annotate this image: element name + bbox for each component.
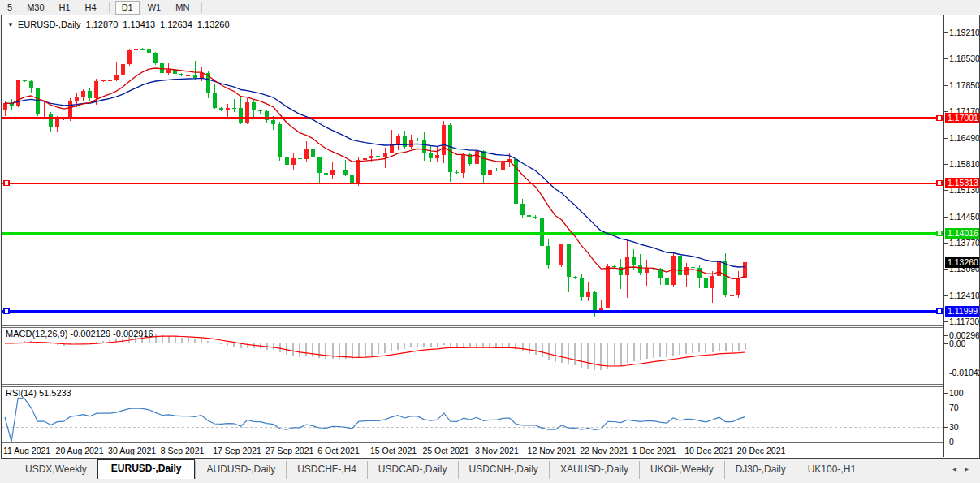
candle-body	[527, 215, 531, 217]
candle-body	[134, 49, 138, 50]
rsi-indicator-label: RSI(14) 51.5233	[6, 388, 71, 398]
ohlc-close: 1.13260	[197, 19, 230, 29]
candle-body	[429, 153, 433, 158]
candle-body	[494, 170, 499, 170]
rsi-tick-mark	[944, 408, 948, 408]
timeframe-button-w1[interactable]: W1	[141, 1, 168, 15]
ohlc-low: 1.12634	[160, 19, 192, 29]
candle-body	[743, 262, 747, 278]
date-label: 27 Sep 2021	[266, 446, 314, 455]
candle-body	[580, 278, 584, 297]
price-tick-mark	[944, 32, 948, 33]
tab-usdx-weekly[interactable]: USDX,Weekly	[15, 461, 97, 479]
candle-body	[213, 93, 217, 109]
candle-body	[684, 267, 689, 275]
candle-body	[520, 204, 525, 215]
candle-body	[108, 80, 112, 81]
candle-body	[501, 162, 505, 170]
tab-usdcad-daily[interactable]: USDCAD-,Daily	[367, 461, 458, 479]
candle-body	[94, 81, 98, 98]
tab-usdchf-h4[interactable]: USDCHF-,H4	[286, 461, 367, 479]
price-axis[interactable]: 1.192101.185301.178501.171701.164901.158…	[943, 15, 979, 457]
rsi-tick-mark	[944, 427, 948, 428]
candle-body	[114, 75, 119, 80]
date-label: 12 Nov 2021	[528, 446, 576, 455]
price-chart-plot[interactable]	[2, 15, 943, 443]
candle-body	[533, 217, 537, 218]
chart-dropdown-icon[interactable]: ▼	[7, 21, 14, 28]
candle-body	[29, 81, 33, 89]
date-label: 10 Dec 2021	[684, 446, 733, 455]
timeframe-toolbar: 5M30H1H4D1W1MN	[0, 0, 980, 15]
tab-audusd-daily[interactable]: AUDUSD-,Daily	[195, 461, 286, 479]
level-handle	[4, 308, 9, 313]
candle-body	[448, 125, 452, 172]
candle-body	[226, 108, 230, 110]
level-handle	[937, 308, 942, 313]
price-tick-mark	[944, 138, 948, 139]
date-label: 17 Sep 2021	[213, 446, 261, 455]
candle-body	[704, 278, 708, 287]
candle-body	[369, 156, 373, 157]
candle-body	[147, 49, 151, 53]
time-axis[interactable]: 11 Aug 202120 Aug 202130 Aug 20218 Sep 2…	[2, 443, 943, 457]
bottom-strip	[0, 479, 980, 483]
price-tick-mark	[944, 217, 948, 218]
timeframe-button-5[interactable]: 5	[1, 1, 19, 15]
tab-eurusd-daily[interactable]: EURUSD-,Daily	[97, 459, 196, 479]
level-price-badge: 1.17001	[945, 113, 979, 123]
candle-body	[285, 157, 289, 165]
macd-tick-label: -0.010423	[949, 368, 979, 377]
candle-body	[219, 108, 223, 109]
tab-prev-icon[interactable]: ◂	[952, 464, 956, 473]
price-tick-mark	[944, 243, 948, 244]
candle-body	[488, 170, 492, 175]
timeframe-button-h4[interactable]: H4	[79, 1, 103, 15]
tab-xauusd-daily[interactable]: XAUUSD-,Daily	[549, 461, 639, 479]
timeframe-button-h1[interactable]: H1	[53, 1, 77, 15]
candle-body	[461, 154, 465, 173]
price-tick-label: 1.14450	[949, 212, 979, 222]
candle-body	[559, 244, 563, 265]
tab-next-icon[interactable]: ▸	[965, 464, 969, 473]
date-label: 25 Oct 2021	[422, 446, 468, 455]
candle-body	[612, 266, 616, 267]
candle-body	[475, 151, 479, 164]
candle-body	[376, 156, 380, 157]
rsi-line	[5, 398, 745, 442]
price-tick-label: 1.19210	[949, 28, 979, 37]
rsi-tick-label: 30	[949, 422, 959, 432]
price-tick-mark	[944, 269, 948, 270]
toolbar-separator	[109, 2, 110, 13]
tab-usdcnh-daily[interactable]: USDCNH-,Daily	[458, 461, 549, 479]
tab-ukoil-weekly[interactable]: UKOil-,Weekly	[639, 461, 724, 479]
date-label: 8 Sep 2021	[161, 446, 205, 455]
price-tick-mark	[944, 321, 948, 322]
chart-symbol-label: EURUSD-,Daily	[18, 19, 81, 29]
candle-body	[573, 277, 577, 278]
level-price-badge: 1.15313	[945, 178, 979, 188]
candle-body	[337, 170, 341, 170]
macd-tick-mark	[944, 343, 948, 344]
level-price-badge: 1.14016	[945, 228, 979, 239]
date-label: 22 Nov 2021	[580, 446, 628, 455]
timeframe-button-m30[interactable]: M30	[20, 1, 50, 15]
tab-dj30-daily[interactable]: DJ30-,Daily	[724, 461, 797, 479]
tab-uk100-h1[interactable]: UK100-,H1	[797, 461, 866, 479]
candle-body	[723, 261, 727, 295]
candle-body	[81, 91, 85, 97]
macd-tick-label: 0.00	[949, 339, 965, 348]
candle-body	[606, 266, 610, 308]
candle-body	[232, 108, 236, 109]
candle-body	[383, 153, 387, 157]
chart-canvas[interactable]	[2, 15, 943, 443]
level-handle	[4, 181, 9, 186]
rsi-tick-label: 0	[949, 437, 954, 446]
macd-values: -0.002129 -0.002916	[70, 329, 153, 339]
timeframe-button-mn[interactable]: MN	[169, 1, 196, 15]
candle-body	[153, 53, 158, 63]
candle-body	[356, 160, 360, 184]
price-tick-label: 1.16490	[949, 133, 979, 143]
timeframe-button-d1[interactable]: D1	[115, 1, 140, 15]
candle-body	[678, 256, 682, 274]
